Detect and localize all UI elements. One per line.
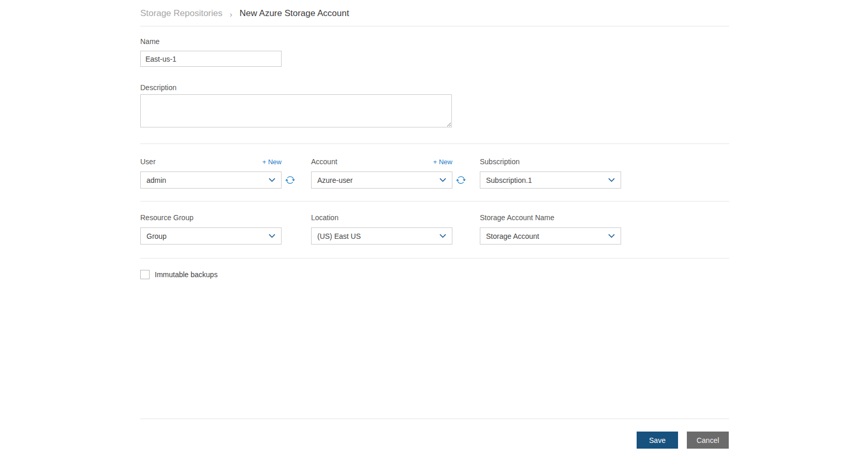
chevron-down-icon bbox=[269, 234, 275, 238]
user-new-link[interactable]: + New bbox=[262, 158, 282, 166]
refresh-icon bbox=[456, 175, 466, 185]
storage-account-name-dropdown-value: Storage Account bbox=[486, 232, 539, 240]
name-input[interactable] bbox=[140, 51, 282, 67]
storage-account-name-label: Storage Account Name bbox=[480, 212, 554, 223]
user-refresh-button[interactable] bbox=[285, 175, 295, 185]
divider bbox=[140, 144, 729, 144]
subscription-label: Subscription bbox=[480, 156, 520, 167]
chevron-down-icon bbox=[439, 234, 446, 238]
cancel-button[interactable]: Cancel bbox=[687, 432, 729, 449]
account-dropdown[interactable]: Azure-user bbox=[311, 171, 452, 189]
breadcrumb-separator-icon: › bbox=[230, 10, 232, 19]
description-label: Description bbox=[140, 82, 176, 93]
subscription-field-group: Subscription Subscription.1 bbox=[480, 156, 621, 189]
new-azure-storage-account-page: Storage Repositories › New Azure Storage… bbox=[0, 0, 868, 459]
user-dropdown-value: admin bbox=[146, 176, 166, 184]
refresh-icon bbox=[285, 175, 295, 185]
location-field-group: Location (US) East US bbox=[311, 212, 452, 245]
divider bbox=[140, 201, 729, 202]
user-dropdown[interactable]: admin bbox=[140, 171, 282, 189]
immutable-backups-row: Immutable backups bbox=[140, 270, 217, 279]
name-field-group: Name bbox=[140, 36, 282, 67]
subscription-dropdown[interactable]: Subscription.1 bbox=[480, 171, 621, 189]
immutable-backups-checkbox[interactable] bbox=[140, 270, 150, 279]
account-dropdown-value: Azure-user bbox=[317, 176, 352, 184]
account-label: Account bbox=[311, 156, 337, 167]
divider bbox=[140, 26, 729, 26]
account-field-group: Account + New Azure-user bbox=[311, 156, 452, 189]
resource-group-label: Resource Group bbox=[140, 212, 194, 223]
account-new-link[interactable]: + New bbox=[433, 158, 452, 166]
page-title: New Azure Storage Account bbox=[240, 8, 349, 19]
breadcrumb: Storage Repositories › New Azure Storage… bbox=[140, 8, 349, 19]
storage-account-name-field-group: Storage Account Name Storage Account bbox=[480, 212, 621, 245]
immutable-backups-label: Immutable backups bbox=[155, 270, 217, 279]
chevron-down-icon bbox=[439, 178, 446, 182]
storage-account-name-dropdown[interactable]: Storage Account bbox=[480, 227, 621, 245]
location-dropdown[interactable]: (US) East US bbox=[311, 227, 452, 245]
save-button[interactable]: Save bbox=[637, 432, 678, 449]
chevron-down-icon bbox=[608, 234, 615, 238]
user-label: User bbox=[140, 156, 156, 167]
chevron-down-icon bbox=[608, 178, 615, 182]
resource-group-dropdown[interactable]: Group bbox=[140, 227, 282, 245]
location-label: Location bbox=[311, 212, 339, 223]
breadcrumb-storage-repositories-link[interactable]: Storage Repositories bbox=[140, 8, 223, 19]
name-label: Name bbox=[140, 36, 159, 47]
location-dropdown-value: (US) East US bbox=[317, 232, 361, 240]
divider bbox=[140, 258, 729, 259]
account-refresh-button[interactable] bbox=[456, 175, 466, 185]
description-textarea[interactable] bbox=[140, 94, 452, 127]
resource-group-field-group: Resource Group Group bbox=[140, 212, 282, 245]
chevron-down-icon bbox=[269, 178, 275, 182]
user-field-group: User + New admin bbox=[140, 156, 282, 189]
resource-group-dropdown-value: Group bbox=[146, 232, 167, 240]
subscription-dropdown-value: Subscription.1 bbox=[486, 176, 532, 184]
divider bbox=[140, 419, 729, 419]
